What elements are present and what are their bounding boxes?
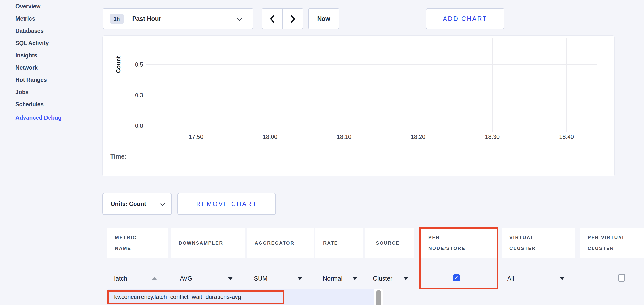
x-tick-label: 17:50: [181, 133, 211, 140]
y-tick-label: 0.3: [128, 91, 143, 99]
column-header-virtual-cluster: VIRTUAL CLUSTER: [502, 228, 575, 258]
sidebar: Overview Metrics Databases SQL Activity …: [16, 3, 96, 127]
chart-plot-area[interactable]: [146, 38, 597, 126]
source-select[interactable]: Cluster: [373, 274, 392, 283]
header-line: SOURCE: [376, 238, 414, 249]
advanced-debug-custom-chart-page: Overview Metrics Databases SQL Activity …: [0, 0, 644, 305]
sidebar-item-schedules[interactable]: Schedules: [16, 101, 96, 108]
dropdown-open-arrow-icon: [152, 277, 157, 280]
chevron-left-icon: [270, 15, 275, 23]
y-axis-label: Count: [115, 52, 122, 77]
dropdown-arrow-icon: [403, 277, 408, 280]
header-line: VIRTUAL: [510, 232, 575, 243]
dropdown-arrow-icon: [352, 277, 357, 280]
sidebar-item-jobs[interactable]: Jobs: [16, 89, 96, 95]
time-range-badge: 1h: [110, 14, 124, 24]
time-range-selector[interactable]: 1h Past Hour: [103, 8, 254, 29]
header-line: DOWNSAMPLER: [179, 238, 245, 249]
column-header-rate: RATE: [316, 228, 364, 258]
time-nav-group: [262, 8, 304, 29]
chart-hover-time: Time:--: [110, 153, 136, 160]
time-label: Time:: [110, 153, 126, 160]
sidebar-item-overview[interactable]: Overview: [16, 3, 96, 10]
chevron-down-icon: [236, 17, 242, 21]
prev-time-button[interactable]: [262, 8, 283, 29]
header-line: AGGREGATOR: [254, 238, 314, 249]
header-line: NAME: [115, 243, 168, 254]
chevron-right-icon: [290, 15, 295, 23]
annotation-box-per-node-store: [419, 227, 498, 289]
dropdown-arrow-icon: [228, 277, 233, 280]
column-header-per-virtual-cluster: PER VIRTUAL CLUSTER: [580, 228, 644, 258]
chevron-down-icon: [160, 203, 166, 206]
sidebar-item-insights[interactable]: Insights: [16, 52, 96, 59]
screen-bottom-edge: [0, 304, 644, 304]
sidebar-item-advanced-debug[interactable]: Advanced Debug: [16, 114, 96, 121]
x-tick-label: 18:30: [478, 133, 507, 140]
add-chart-button[interactable]: ADD CHART: [426, 8, 504, 29]
units-select-label: Units: Count: [111, 201, 146, 207]
per-virtual-cluster-checkbox[interactable]: [618, 274, 625, 282]
x-tick-label: 18:00: [255, 133, 285, 140]
custom-chart-card: Count 0.5 0.3 0.0 17:50 18:00 18:10 18:2…: [102, 35, 614, 177]
sidebar-item-hot-ranges[interactable]: Hot Ranges: [16, 76, 96, 83]
downsampler-select[interactable]: AVG: [180, 274, 192, 283]
annotation-box-suggestion: [107, 290, 284, 304]
y-tick-label: 0.0: [128, 122, 143, 129]
units-select[interactable]: Units: Count: [102, 193, 172, 215]
rate-select[interactable]: Normal: [323, 274, 342, 283]
y-tick-label: 0.5: [128, 61, 143, 68]
dropdown-scrollbar-track[interactable]: [374, 289, 383, 305]
x-tick-label: 18:40: [552, 133, 581, 140]
sidebar-item-metrics[interactable]: Metrics: [16, 15, 96, 22]
x-tick-label: 18:20: [403, 133, 433, 140]
sidebar-item-sql-activity[interactable]: SQL Activity: [16, 40, 96, 46]
header-line: CLUSTER: [588, 243, 644, 254]
remove-chart-button[interactable]: REMOVE CHART: [178, 193, 276, 215]
aggregator-select[interactable]: SUM: [254, 274, 268, 283]
dropdown-arrow-icon: [560, 277, 564, 280]
header-line: CLUSTER: [510, 243, 575, 254]
header-line: METRIC: [115, 232, 168, 243]
now-button[interactable]: Now: [308, 8, 340, 29]
header-line: RATE: [323, 238, 364, 249]
column-header-downsampler: DOWNSAMPLER: [171, 228, 245, 258]
next-time-button[interactable]: [283, 8, 303, 29]
dropdown-scrollbar-thumb[interactable]: [376, 290, 381, 305]
column-header-aggregator: AGGREGATOR: [247, 228, 314, 258]
x-tick-label: 18:10: [329, 133, 359, 140]
time-range-label: Past Hour: [132, 15, 161, 22]
column-header-source: SOURCE: [365, 228, 414, 258]
header-line: PER VIRTUAL: [588, 232, 644, 243]
time-value: --: [132, 153, 136, 160]
dropdown-arrow-icon: [298, 277, 302, 280]
sidebar-item-databases[interactable]: Databases: [16, 27, 96, 34]
metric-name-select[interactable]: latch: [114, 274, 127, 283]
column-header-metric-name: METRIC NAME: [107, 228, 168, 258]
virtual-cluster-select[interactable]: All: [507, 274, 514, 283]
sidebar-item-network[interactable]: Network: [16, 64, 96, 71]
